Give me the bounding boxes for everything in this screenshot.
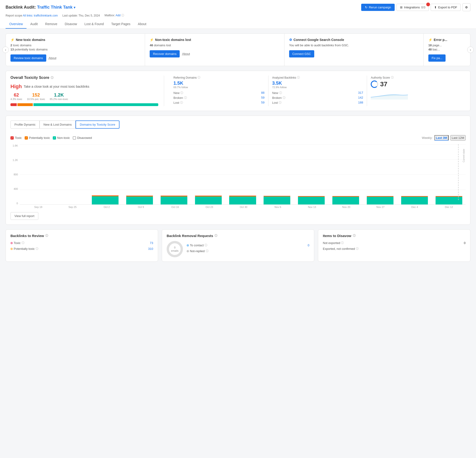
title-brand[interactable]: Traffic Think Tank [37, 5, 73, 9]
export-label: Export to PDF [438, 6, 457, 9]
removal-not-replied-row: Not-replied ⓘ [187, 249, 309, 253]
analyzed-backlinks-sub: 72.9% follow [272, 86, 363, 89]
report-scope-link[interactable]: All links: trafficthinktank.com [23, 14, 58, 17]
removal-requests-info-icon[interactable]: ⓘ [214, 234, 217, 238]
not-replied-info[interactable]: ⓘ [206, 249, 208, 253]
header: Backlink Audit: Traffic Think Tank ▾ ↻ R… [0, 0, 476, 29]
backlinks-new-info[interactable]: ⓘ [279, 91, 282, 95]
bar-seg-green [332, 197, 359, 204]
ref-domains-broken-info[interactable]: ⓘ [184, 96, 187, 100]
toxicity-score-title: Overall Toxicity Score ⓘ [10, 76, 158, 80]
nav-item-overview[interactable]: Overview [6, 20, 26, 29]
nav-item-lost-found[interactable]: Lost & Found [81, 20, 107, 29]
integrations-wrapper: ⊞ Integrations 0/3 [397, 4, 429, 11]
toxic-row-info[interactable]: ⓘ [22, 241, 24, 245]
card-google-sc-actions: Connect GSC [289, 50, 419, 57]
authority-score-info-icon[interactable]: ⓘ [391, 76, 394, 79]
removal-donut: 0emails [167, 241, 183, 257]
integrations-button[interactable]: ⊞ Integrations 0/3 [397, 4, 429, 11]
toxicity-score-left: Overall Toxicity Score ⓘ High Take a clo… [10, 76, 164, 106]
referring-domains-info-icon[interactable]: ⓘ [197, 76, 200, 79]
bar-group [20, 144, 53, 204]
exported-not-confirmed-info[interactable]: ⓘ [356, 247, 359, 251]
ref-domains-lost-info[interactable]: ⓘ [180, 101, 183, 105]
nav-item-remove[interactable]: Remove [41, 20, 61, 29]
card-non-toxic-lost-actions: Recover domains About [150, 50, 279, 57]
backlinks-lost-info[interactable]: ⓘ [279, 101, 281, 105]
items-disavow-title: Items to Disavow ⓘ [323, 234, 466, 238]
card-non-toxic-about-link[interactable]: About [182, 52, 190, 56]
legend-check-toxic: ✓ [10, 136, 14, 140]
pot-toxic-row-info[interactable]: ⓘ [35, 247, 38, 251]
not-exported-info[interactable]: ⓘ [341, 241, 344, 245]
bar-stack [367, 196, 393, 204]
toxicity-description: Take a close look at your most toxic bac… [24, 85, 89, 88]
bar-group [157, 144, 191, 204]
connect-gsc-button[interactable]: Connect GSC [289, 50, 314, 57]
chart-x-label: Dec 12 [432, 206, 466, 208]
recover-domains-button[interactable]: Recover domains [150, 50, 180, 57]
bar-stack [92, 195, 119, 204]
rerun-campaign-button[interactable]: ↻ Rerun campaign [361, 4, 395, 11]
backlinks-broken-info[interactable]: ⓘ [283, 96, 285, 100]
mailbox-add-link[interactable]: Add [116, 14, 120, 17]
pot-toxic-dot [10, 248, 13, 250]
card-new-toxic-actions: Review toxic domains About [10, 54, 140, 62]
nav-item-audit[interactable]: Audit [26, 20, 41, 29]
bar-group [432, 144, 466, 204]
items-disavow-info-icon[interactable]: ⓘ [353, 234, 356, 238]
referring-domains-sub: 69.7% follow [173, 86, 264, 89]
authority-score-value: 37 [371, 80, 462, 88]
bar-stack [401, 196, 428, 204]
bar-seg-red [10, 103, 17, 106]
bar-stack [126, 196, 153, 204]
view-full-report-button[interactable]: View full report [10, 212, 38, 220]
backlinks-review-info-icon[interactable]: ⓘ [45, 234, 48, 238]
chart-time-controls: Weekly: Last 3M Last 12M [422, 135, 466, 141]
backlinks-broken-row: Broken ⓘ 142 [272, 96, 363, 100]
bar-stack [298, 196, 325, 204]
cards-nav-left[interactable]: ‹ [2, 46, 9, 53]
cards-nav-right[interactable]: › [467, 46, 474, 53]
analyzed-backlinks-info-icon[interactable]: ⓘ [297, 76, 300, 79]
nav-item-disavow[interactable]: Disavow [61, 20, 81, 29]
removal-to-contact-row: To contact ⓘ 0 [187, 243, 309, 247]
brand-dropdown-icon[interactable]: ▾ [74, 6, 75, 9]
legend-toxic: ✓ Toxic [10, 136, 22, 140]
ref-domains-new-info[interactable]: ⓘ [180, 91, 183, 95]
tab-domains-toxicity-score[interactable]: Domains by Toxicity Score [76, 121, 119, 129]
nav-item-target-pages[interactable]: Target Pages [108, 20, 134, 29]
card-non-toxic-lost-stat1: 46 domains lost [150, 44, 279, 47]
mailbox-info-icon[interactable]: ⓘ [121, 14, 124, 17]
chart-area: 1.6K 1.2K 800 400 0 [10, 144, 466, 205]
fix-pages-button[interactable]: Fix pa... [428, 54, 446, 62]
card-new-toxic-about-link[interactable]: About [49, 56, 57, 60]
backlinks-new-row: New ⓘ 317 [272, 91, 363, 95]
chart-x-label: Oct 9 [124, 206, 158, 208]
legend-check-potentially-toxic: ✓ [25, 136, 28, 140]
review-toxic-domains-button[interactable]: Review toxic domains [10, 54, 46, 62]
toxicity-level: High [10, 84, 22, 89]
backlinks-review-card: Backlinks to Review ⓘ Toxic ⓘ 73 Potenti… [6, 229, 158, 262]
toxicity-info-icon[interactable]: ⓘ [51, 76, 53, 80]
time-last-12m-button[interactable]: Last 12M [450, 135, 466, 141]
settings-button[interactable]: ⚙ [462, 3, 470, 11]
nav-item-about[interactable]: About [134, 20, 150, 29]
alert-cards-row: ⚡ New toxic domains 2 toxic domains 13 p… [6, 34, 470, 66]
score-toxic: 62 4.3% toxic [10, 92, 22, 100]
ref-domains-new-row: New ⓘ 88 [173, 91, 264, 95]
chart-x-label: Sep 25 [56, 206, 89, 208]
time-last-3m-button[interactable]: Last 3M [434, 135, 448, 141]
tab-new-lost-domains[interactable]: New & Lost Domains [40, 121, 76, 129]
bar-seg-green [367, 197, 393, 204]
score-pot-toxic: 152 10.5% pot. toxic [27, 92, 45, 100]
bar-group [54, 144, 88, 204]
tab-profile-dynamic[interactable]: Profile Dynamic [10, 121, 40, 129]
bar-group [226, 144, 259, 204]
bar-seg-green [126, 197, 153, 204]
main-content: ‹ ⚡ New toxic domains 2 toxic domains 13… [0, 29, 476, 266]
card-error-pages-stat1: 18 page... [428, 44, 466, 47]
to-contact-info[interactable]: ⓘ [204, 243, 207, 247]
legend-disavowed: Disavowed [73, 136, 92, 140]
export-pdf-button[interactable]: ⬆ Export to PDF [431, 4, 461, 11]
